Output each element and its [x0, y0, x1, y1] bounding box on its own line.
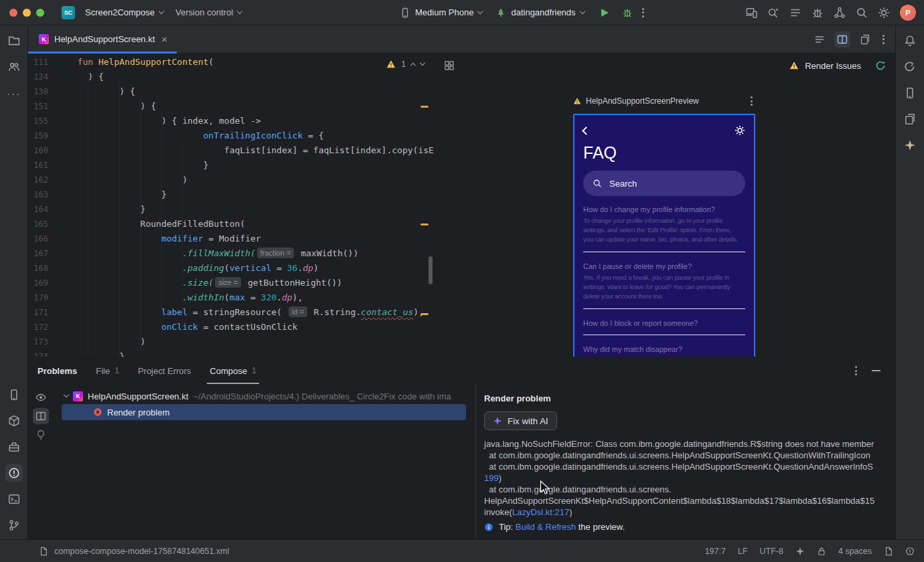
details-view-icon[interactable]	[33, 408, 49, 424]
run-config-selector[interactable]: datingandfriends	[489, 5, 590, 21]
ai-search-icon[interactable]	[767, 7, 779, 19]
search-everywhere-icon[interactable]	[856, 7, 868, 19]
code-line[interactable]: 159 onTrailingIconClick = {	[28, 128, 434, 143]
code-line[interactable]: 165 RoundedFilledButton(	[28, 217, 434, 231]
code-line[interactable]: 174 }	[28, 349, 434, 357]
code-line[interactable]: 171 label = stringResource( id = R.strin…	[28, 305, 434, 320]
code-line[interactable]: 169 .size(size = getButtonHeight())	[28, 276, 434, 290]
hide-panel-icon[interactable]	[872, 370, 880, 371]
line-number[interactable]: 173	[28, 335, 48, 349]
inlay-hint[interactable]: size =	[215, 277, 241, 288]
code-line[interactable]: 155 ) { index, model ->	[28, 114, 434, 128]
quick-fix-bulb-icon[interactable]	[33, 427, 49, 443]
problem-row[interactable]: Render problem	[62, 404, 466, 420]
warning-stripe-mark[interactable]	[420, 313, 429, 315]
profiler-icon[interactable]	[834, 7, 846, 19]
code-line[interactable]: 164 }	[28, 202, 434, 217]
preview-view-mode-icon[interactable]	[444, 60, 455, 71]
code-line[interactable]: 170 .widthIn(max = 320.dp),	[28, 290, 434, 305]
debug-button[interactable]	[622, 7, 633, 18]
compose-preview-screen[interactable]: FAQ Search How do I change my profile in…	[573, 114, 755, 357]
line-number[interactable]: 161	[28, 158, 48, 173]
task-list-icon[interactable]	[789, 7, 801, 19]
code-editor[interactable]: 111 fun HelpAndSupportContent(124 ) {130…	[28, 54, 434, 357]
code-line[interactable]: 124 ) {	[28, 70, 434, 84]
tab-project-errors[interactable]: Project Errors	[138, 357, 191, 384]
line-number[interactable]: 171	[28, 305, 48, 320]
line-number[interactable]: 163	[28, 187, 48, 202]
build-icon[interactable]	[5, 438, 23, 456]
line-number[interactable]: 168	[28, 261, 48, 276]
tab-options-icon[interactable]	[880, 32, 887, 47]
tab-file[interactable]: File1	[96, 357, 119, 384]
terminal-icon[interactable]	[5, 490, 23, 508]
faq-question[interactable]: How do I block or report someone?	[583, 319, 745, 327]
line-number[interactable]: 167	[28, 246, 48, 261]
gemini-icon[interactable]	[901, 136, 919, 154]
inlay-hint[interactable]: fraction =	[257, 248, 295, 258]
code-line[interactable]: 167 .fillMaxWidth(fraction = maxWidth())	[28, 246, 434, 261]
write-access-icon[interactable]	[884, 547, 893, 556]
collaboration-icon[interactable]	[5, 58, 23, 76]
structure-view-icon[interactable]	[812, 31, 828, 48]
render-issues-label[interactable]: Render Issues	[805, 61, 861, 71]
faq-question[interactable]: How do I change my profile information?	[583, 205, 745, 213]
line-number[interactable]: 160	[28, 143, 48, 158]
more-tool-windows-icon[interactable]: ···	[5, 84, 23, 102]
line-number[interactable]: 170	[28, 290, 48, 305]
code-line[interactable]: 111 fun HelpAndSupportContent(	[28, 55, 434, 70]
event-log-icon[interactable]	[905, 547, 915, 556]
close-button[interactable]	[9, 9, 17, 17]
tab-compose[interactable]: Compose1	[210, 357, 256, 384]
preview-options-icon[interactable]	[748, 94, 755, 108]
code-line[interactable]: 166 modifier = Modifier	[28, 231, 434, 246]
vcs-menu[interactable]: Version control	[169, 5, 248, 20]
more-run-actions-icon[interactable]	[639, 5, 647, 20]
line-number[interactable]: 124	[28, 70, 48, 84]
inspections-widget[interactable]: 1	[382, 58, 429, 71]
warning-stripe-mark[interactable]	[420, 223, 429, 225]
refresh-icon[interactable]	[875, 60, 886, 71]
search-bar[interactable]: Search	[583, 171, 745, 196]
lock-icon[interactable]	[817, 547, 826, 556]
file-group-row[interactable]: K HelpAndSupportScreen.kt ~/AndroidStudi…	[54, 388, 475, 404]
project-menu[interactable]: Screen2Compose	[79, 5, 169, 20]
line-number[interactable]: 172	[28, 320, 48, 335]
file-encoding[interactable]: UTF-8	[760, 547, 783, 556]
preview-card-title[interactable]: HelpAndSupportScreenPreview	[586, 96, 699, 106]
problems-tool-icon[interactable]	[5, 464, 23, 482]
line-number[interactable]: 162	[28, 173, 48, 187]
code-line[interactable]: 130 ) {	[28, 84, 434, 99]
line-number[interactable]: 165	[28, 217, 48, 231]
device-selector[interactable]: Medium Phone	[394, 5, 488, 21]
editor-layout-icon[interactable]	[857, 31, 873, 48]
fix-with-ai-button[interactable]: Fix with AI	[484, 411, 557, 430]
scrollbar-thumb[interactable]	[429, 256, 433, 284]
code-line[interactable]: 162 )	[28, 173, 434, 187]
code-line[interactable]: 163 }	[28, 187, 434, 202]
settings-gear-icon[interactable]	[735, 125, 745, 136]
stack-link[interactable]: LazyDsl.kt:217	[512, 507, 569, 517]
dependencies-icon[interactable]	[5, 412, 23, 430]
device-mirroring-icon[interactable]	[745, 7, 757, 19]
previous-issue-icon[interactable]	[410, 62, 416, 68]
inlay-hint[interactable]: id =	[289, 306, 307, 317]
faq-question[interactable]: Can I pause or delete my profile?	[583, 262, 745, 270]
minimize-button[interactable]	[23, 9, 31, 17]
line-number[interactable]: 155	[28, 114, 48, 128]
git-icon[interactable]	[5, 517, 23, 534]
editor-tab[interactable]: K HelpAndSupportScreen.kt ×	[28, 25, 177, 53]
notifications-bell-icon[interactable]	[901, 32, 919, 50]
split-editor-icon[interactable]	[834, 31, 850, 48]
project-icon[interactable]	[5, 32, 23, 50]
back-icon[interactable]	[582, 126, 591, 135]
code-line[interactable]: 161 }	[28, 158, 434, 173]
line-ending[interactable]: LF	[738, 547, 748, 556]
code-line[interactable]: 168 .padding(vertical = 36.dp)	[28, 261, 434, 276]
indent-setting[interactable]: 4 spaces	[838, 547, 872, 556]
run-button[interactable]	[601, 9, 609, 17]
line-number[interactable]: 130	[28, 84, 48, 99]
logcat-icon[interactable]	[5, 386, 23, 403]
build-refresh-link[interactable]: Build & Refresh	[516, 522, 576, 532]
code-line[interactable]: 160 faqList[index] = faqList[index].copy…	[28, 143, 434, 158]
